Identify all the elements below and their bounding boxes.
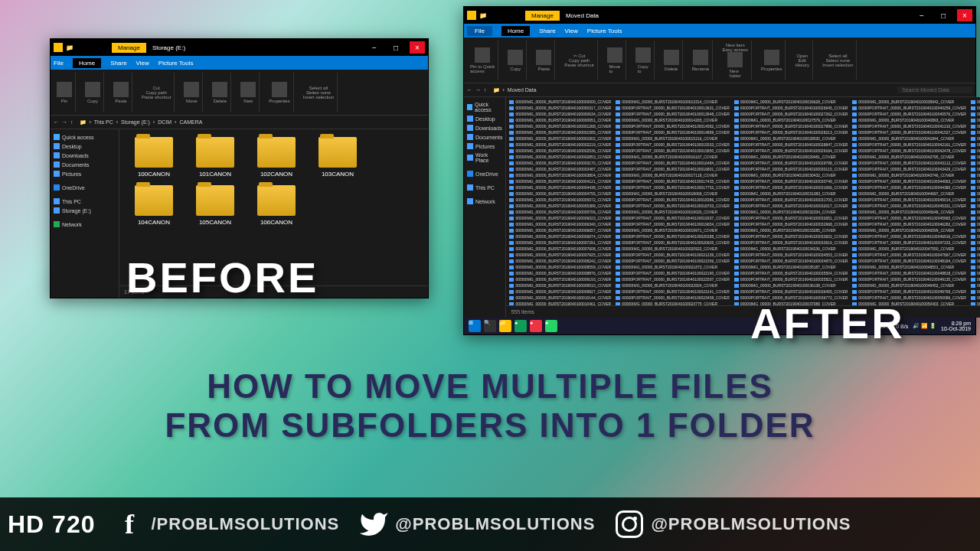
file-row[interactable]: 00000IMG_00000_BURST2019040100044697_COV… — [851, 191, 968, 197]
file-row[interactable]: 00000PORTRAIT_00000_BURST201904010001743… — [614, 178, 731, 184]
folder-item[interactable]: 103CANON — [311, 137, 364, 178]
file-row[interactable]: 00000IMG_00000_BURST2019040100014265_COV… — [614, 117, 731, 123]
file-row[interactable]: 00000IMG_00000_BURST2019040100042795_COV… — [851, 154, 968, 160]
sidebar-network[interactable]: Network — [467, 197, 502, 206]
file-row[interactable]: 00000PORTRAIT_00000_BURST201904010005357… — [969, 105, 980, 111]
file-row[interactable]: 00000PORTRAIT_00000_BURST201904010002884… — [733, 142, 850, 148]
file-row[interactable]: 00000PORTRAIT_00000_BURST201904010006118… — [969, 252, 980, 258]
file-row[interactable]: 00000PORTRAIT_00000_BURST201904010002250… — [614, 276, 731, 282]
file-row[interactable]: 00000IMG_00000_BURST2019040100034236_COV… — [733, 246, 850, 252]
file-row[interactable]: 00000IMG_00000_BURST2019040100017118_COV… — [614, 172, 731, 178]
file-row[interactable]: 00000IMG_00000_BURST2019040100006657_COV… — [508, 227, 612, 233]
file-row[interactable]: 00000PORTRAIT_00000_BURST201904010002155… — [614, 258, 731, 264]
sidebar-pictures[interactable]: Pictures — [54, 169, 116, 178]
menu-home[interactable]: Home — [501, 26, 530, 36]
file-row[interactable]: 00000PORTRAIT_00000_BURST201904010005737… — [969, 178, 980, 184]
file-row[interactable]: 00000IMG_00000_BURST2019040100019971_COV… — [614, 227, 731, 233]
file-row[interactable]: 00000IMG_00000_BURST2019040100015216_COV… — [614, 135, 731, 142]
file-row[interactable]: 00000PORTRAIT_00000_BURST201904010003645… — [733, 289, 850, 295]
before-addressbar[interactable]: ←→↑ 📁 ›This PC ›Storage (E:) ›DCIM ›CAME… — [51, 116, 428, 129]
file-row[interactable]: 00000IMG_00000_BURST2019040100004755_COV… — [508, 191, 612, 197]
file-row[interactable]: 00000PORTRAIT_00000_BURST201904010005484… — [969, 129, 980, 135]
file-row[interactable]: 00000PORTRAIT_00000_BURST201904010002219… — [614, 270, 731, 276]
file-row[interactable]: 00000IMG_00000_BURST2019040100003487_COV… — [508, 166, 612, 172]
file-row[interactable]: 00000IMG_00000_BURST2019040100049452_COV… — [851, 282, 968, 289]
file-row[interactable]: 00000IMG_00000_BURST2019040100010144_COV… — [508, 295, 612, 301]
file-row[interactable]: 00000PORTRAIT_00000_BURST201904010005832… — [969, 197, 980, 203]
taskbar-whatsapp[interactable]: ● — [545, 320, 557, 332]
manage-tab[interactable]: Manage — [112, 43, 146, 53]
menu-view[interactable]: View — [136, 60, 149, 67]
file-row[interactable]: 00000IMG_00000_BURST2019040100000317_COV… — [508, 105, 612, 111]
file-row[interactable]: 00000IMG_00000_BURST2019040100061815_COV… — [969, 264, 980, 270]
file-row[interactable]: 00000PORTRAIT_00000_BURST201904010004406… — [851, 178, 968, 184]
sidebar-downloads[interactable]: Downloads — [54, 151, 116, 160]
taskbar-app1[interactable]: ● — [530, 320, 542, 332]
file-row[interactable]: 00000PORTRAIT_00000_BURST201904010004976… — [851, 289, 968, 295]
file-row[interactable]: 00000PORTRAIT_00000_BURST201904010004342… — [851, 166, 968, 172]
file-row[interactable]: 00000PORTRAIT_00000_BURST201904010002979… — [733, 160, 850, 166]
file-row[interactable]: 00000IMG_00000_BURST2019040100001585_COV… — [508, 129, 612, 135]
folder-item[interactable]: 100CANON — [127, 137, 181, 178]
file-row[interactable]: 00000IMG_00000_BURST2019040100008242_COV… — [508, 258, 612, 264]
file-row[interactable]: 00000IMG_00000_BURST2019040100058962_COV… — [969, 209, 980, 215]
file-row[interactable]: 00000PORTRAIT_00000_BURST201904010006213… — [969, 270, 980, 276]
file-row[interactable]: 00000IMG_00000_BURST2019040100000000_COV… — [508, 99, 612, 105]
sidebar-onedrive[interactable]: OneDrive — [467, 169, 502, 178]
file-row[interactable]: 00000IMG_00000_BURST2019040100047550_COV… — [851, 246, 968, 252]
file-row[interactable]: 00000IMG_00000_BURST2019040100019020_COV… — [614, 209, 731, 215]
search-box[interactable]: Search Moved Data — [897, 86, 972, 93]
file-row[interactable]: 00000PORTRAIT_00000_BURST201904010001775… — [614, 184, 731, 191]
file-row[interactable]: 00000PORTRAIT_00000_BURST201904010001363… — [614, 105, 731, 111]
file-row[interactable]: 00000PORTRAIT_00000_BURST201904010005452… — [969, 123, 980, 129]
file-row[interactable]: 00000IMG_00000_BURST2019040100030432_COV… — [733, 172, 850, 178]
file-row[interactable]: 00000IMG_00000_BURST2019040100033285_COV… — [733, 227, 850, 233]
file-row[interactable]: 00000PORTRAIT_00000_BURST201904010001838… — [614, 197, 731, 203]
sidebar-storage[interactable]: Storage (E:) — [54, 206, 116, 215]
file-row[interactable]: 00000IMG_00000_BURST2019040100004121_COV… — [508, 178, 612, 184]
file-row[interactable]: 00000PORTRAIT_00000_BURST201904010002314… — [614, 289, 731, 295]
file-row[interactable]: 00000PORTRAIT_00000_BURST201904010004438… — [851, 184, 968, 191]
file-row[interactable]: 00000PORTRAIT_00000_BURST201904010002028… — [614, 233, 731, 240]
file-row[interactable]: 00000PORTRAIT_00000_BURST201904010005579… — [969, 148, 980, 154]
file-row[interactable]: 00000PORTRAIT_00000_BURST201904010005547… — [969, 142, 980, 148]
file-row[interactable]: 00000PORTRAIT_00000_BURST201904010005864… — [969, 203, 980, 209]
file-row[interactable]: 00000PORTRAIT_00000_BURST201904010006244… — [969, 276, 980, 282]
file-row[interactable]: 00000PORTRAIT_00000_BURST201904010004311… — [851, 160, 968, 166]
file-row[interactable]: 00000IMG_00000_BURST2019040100039942_COV… — [851, 99, 968, 105]
sidebar-documents[interactable]: Documents — [467, 132, 502, 142]
sidebar-desktop[interactable]: Desktop — [467, 114, 502, 123]
file-row[interactable]: 00000IMG_00000_BURST2019040100004438_COV… — [508, 184, 612, 191]
menu-file[interactable]: File — [467, 26, 492, 36]
file-row[interactable]: 00000IMG_00000_BURST2019040100013314_COV… — [614, 99, 731, 105]
after-addressbar[interactable]: ←→↑ 📁 ›Moved Data Search Moved Data — [464, 83, 975, 97]
sidebar-network[interactable]: Network — [54, 220, 116, 229]
file-row[interactable]: 00000PORTRAIT_00000_BURST201904010003360… — [733, 233, 850, 240]
menu-share[interactable]: Share — [539, 28, 555, 34]
file-row[interactable]: 00000PORTRAIT_00000_BURST201904010003265… — [733, 215, 850, 221]
taskbar-chrome[interactable]: ● — [514, 320, 527, 332]
file-row[interactable]: 00000PORTRAIT_00000_BURST201904010006149… — [969, 258, 980, 264]
manage-tab[interactable]: Manage — [525, 11, 560, 21]
file-row[interactable]: 00000PORTRAIT_00000_BURST201904010001648… — [614, 160, 731, 166]
file-row[interactable]: 00000IMG_00000_BURST2019040100001902_COV… — [508, 135, 612, 142]
file-row[interactable]: 00000PORTRAIT_00000_BURST201904010004121… — [851, 123, 968, 129]
file-row[interactable]: 00000IMG_00000_BURST2019040100007291_COV… — [508, 240, 612, 246]
facebook-link[interactable]: f /PROBLMSOLUTIONS — [115, 509, 340, 540]
file-row[interactable]: 00000PORTRAIT_00000_BURST201904010004501… — [851, 197, 968, 203]
file-row[interactable]: 00000PORTRAIT_00000_BURST201904010004723… — [851, 240, 968, 246]
file-row[interactable]: 00000PORTRAIT_00000_BURST201904010003170… — [733, 197, 850, 203]
file-row[interactable]: 00000IMG_00000_BURST2019040100055158_COV… — [969, 135, 980, 142]
file-row[interactable]: 00000PORTRAIT_00000_BURST201904010001933… — [614, 215, 731, 221]
menu-share[interactable]: Share — [110, 60, 126, 67]
file-row[interactable]: 00000PORTRAIT_00000_BURST201904010003391… — [733, 240, 850, 246]
file-row[interactable]: 00000IMG_00000_BURST2019040100022824_COV… — [614, 282, 731, 289]
sidebar-workplace[interactable]: Work Place — [467, 151, 502, 165]
file-row[interactable]: 00000PORTRAIT_00000_BURST201904010006340… — [969, 295, 980, 301]
file-row[interactable]: 00000PORTRAIT_00000_BURST201904010004881… — [851, 270, 968, 276]
file-row[interactable]: 00000PORTRAIT_00000_BURST201904010003550… — [733, 270, 850, 276]
sidebar-downloads[interactable]: Downloads — [467, 123, 502, 132]
file-row[interactable]: 00000PORTRAIT_00000_BURST201904010004818… — [851, 258, 968, 264]
file-row[interactable]: 00000IMG_00000_BURST2019040100035187_COV… — [733, 264, 850, 270]
file-row[interactable]: 00000IMG_00000_BURST2019040100062766_COV… — [969, 282, 980, 289]
